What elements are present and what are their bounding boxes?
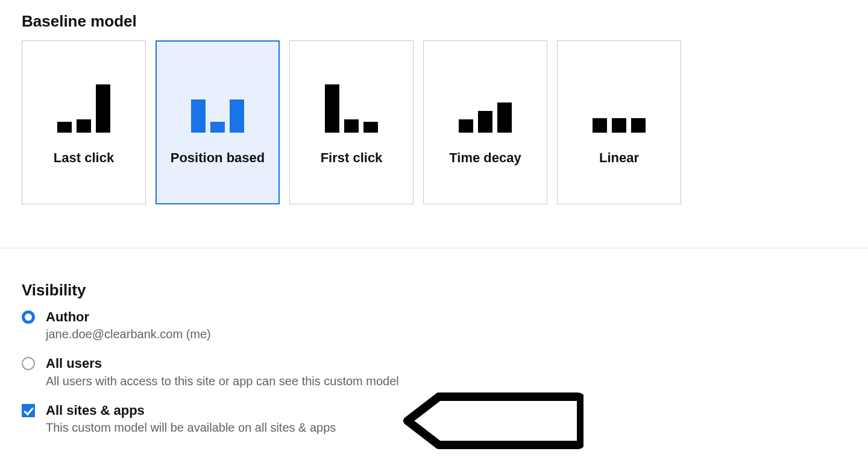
section-divider [0, 248, 868, 248]
visibility-option-desc: This custom model will be available on a… [46, 421, 336, 435]
model-card-time-decay[interactable]: Time decay [423, 40, 547, 204]
model-card-label: Last click [54, 150, 114, 167]
model-card-first-click[interactable]: First click [289, 40, 414, 204]
radio-all-users[interactable] [22, 357, 35, 370]
model-card-label: Time decay [449, 150, 521, 167]
model-card-position-based[interactable]: Position based [156, 40, 280, 204]
visibility-option-label: All users [46, 356, 399, 371]
bars-icon [48, 72, 120, 133]
visibility-option-author: Author jane.doe@clearbank.com (me) [22, 309, 846, 341]
model-card-label: Position based [171, 150, 265, 167]
bars-icon [583, 72, 655, 133]
bars-icon [315, 72, 388, 133]
model-card-label: First click [321, 150, 383, 167]
visibility-option-label: All sites & apps [46, 403, 336, 418]
model-card-linear[interactable]: Linear [557, 40, 681, 204]
visibility-option-label: Author [46, 309, 211, 325]
visibility-option-desc: jane.doe@clearbank.com (me) [46, 327, 211, 341]
bars-icon [181, 72, 254, 133]
radio-author[interactable] [22, 310, 35, 324]
visibility-heading: Visibility [22, 281, 846, 300]
model-card-last-click[interactable]: Last click [22, 40, 146, 204]
baseline-model-heading: Baseline model [22, 12, 846, 31]
visibility-option-desc: All users with access to this site or ap… [46, 374, 399, 388]
arrow-left-icon [403, 391, 583, 451]
visibility-option-all-users: All users All users with access to this … [22, 356, 846, 388]
checkbox-all-sites[interactable] [22, 404, 35, 417]
bars-icon [449, 72, 521, 133]
model-card-label: Linear [599, 150, 639, 167]
baseline-model-cards: Last click Position based First click [22, 40, 846, 204]
